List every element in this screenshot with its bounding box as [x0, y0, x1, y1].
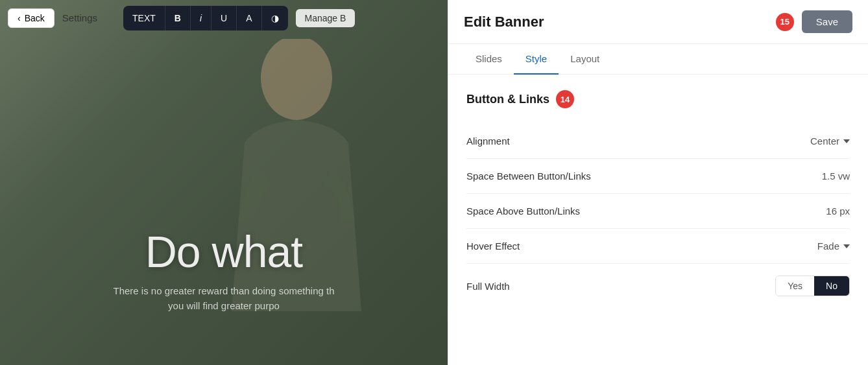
- full-width-label: Full Width: [466, 281, 510, 292]
- banner-subtext: There is no greater reward than doing so…: [62, 284, 386, 313]
- space-above-label: Space Above Button/Links: [466, 206, 580, 217]
- banner-subtext-line1: There is no greater reward than doing so…: [62, 284, 386, 299]
- back-button[interactable]: ‹ Back: [8, 8, 54, 28]
- text-toolbar-font[interactable]: A: [237, 6, 261, 30]
- panel-content: Button & Links 14 Alignment Center Space…: [448, 75, 868, 365]
- back-chevron-icon: ‹: [18, 13, 21, 23]
- hover-effect-label: Hover Effect: [466, 241, 520, 252]
- back-label: Back: [25, 13, 45, 23]
- full-width-toggle: Yes No: [775, 276, 850, 296]
- alignment-value: Center: [810, 135, 839, 147]
- hover-effect-value: Fade: [817, 241, 839, 252]
- alignment-dropdown[interactable]: Center: [810, 135, 850, 147]
- text-toolbar-italic[interactable]: i: [191, 6, 211, 30]
- settings-label: Settings: [62, 12, 97, 23]
- space-between-label: Space Between Button/Links: [466, 171, 591, 182]
- tab-style[interactable]: Style: [514, 44, 559, 75]
- banner-headline: Do what: [0, 228, 448, 276]
- text-toolbar-bold[interactable]: B: [165, 6, 191, 30]
- space-above-text: 16 px: [826, 206, 850, 217]
- full-width-row: Full Width Yes No: [466, 264, 850, 308]
- text-toolbar-underline[interactable]: U: [211, 6, 237, 30]
- space-between-row: Space Between Button/Links 1.5 vw: [466, 159, 850, 194]
- hover-effect-chevron-icon: [843, 244, 850, 248]
- tabs-row: Slides Style Layout: [448, 44, 868, 75]
- panel-title: Edit Banner: [464, 14, 768, 30]
- header-badge: 15: [776, 13, 794, 31]
- space-between-value: 1.5 vw: [822, 171, 850, 182]
- space-between-text: 1.5 vw: [822, 171, 850, 182]
- banner-preview: ‹ Back Settings TEXT B i U A ◑ Manage B …: [0, 0, 448, 365]
- manage-button[interactable]: Manage B: [296, 9, 356, 27]
- svg-point-0: [261, 39, 332, 120]
- text-toolbar-contrast[interactable]: ◑: [262, 6, 288, 30]
- banner-subtext-line2: you will find greater purpo: [62, 299, 386, 314]
- section-header: Button & Links 14: [466, 90, 850, 108]
- alignment-row: Alignment Center: [466, 124, 850, 159]
- hover-effect-dropdown[interactable]: Fade: [817, 241, 850, 252]
- hover-effect-row: Hover Effect Fade: [466, 229, 850, 264]
- full-width-yes-button[interactable]: Yes: [776, 276, 814, 296]
- alignment-chevron-icon: [843, 139, 850, 143]
- text-toolbar: TEXT B i U A ◑: [123, 6, 288, 30]
- save-button[interactable]: Save: [802, 10, 852, 33]
- banner-text-overlay: Do what There is no greater reward than …: [0, 228, 448, 313]
- text-toolbar-text[interactable]: TEXT: [123, 6, 165, 30]
- full-width-no-button[interactable]: No: [814, 276, 849, 296]
- right-header: Edit Banner 15 Save: [448, 0, 868, 44]
- section-title: Button & Links: [466, 93, 549, 106]
- space-above-value: 16 px: [826, 206, 850, 217]
- tab-slides[interactable]: Slides: [464, 44, 514, 75]
- section-badge: 14: [556, 90, 574, 108]
- space-above-row: Space Above Button/Links 16 px: [466, 194, 850, 229]
- tab-layout[interactable]: Layout: [559, 44, 611, 75]
- right-panel: Edit Banner 15 Save Slides Style Layout …: [448, 0, 868, 365]
- alignment-label: Alignment: [466, 135, 510, 147]
- top-toolbar: ‹ Back Settings TEXT B i U A ◑ Manage B: [0, 0, 448, 36]
